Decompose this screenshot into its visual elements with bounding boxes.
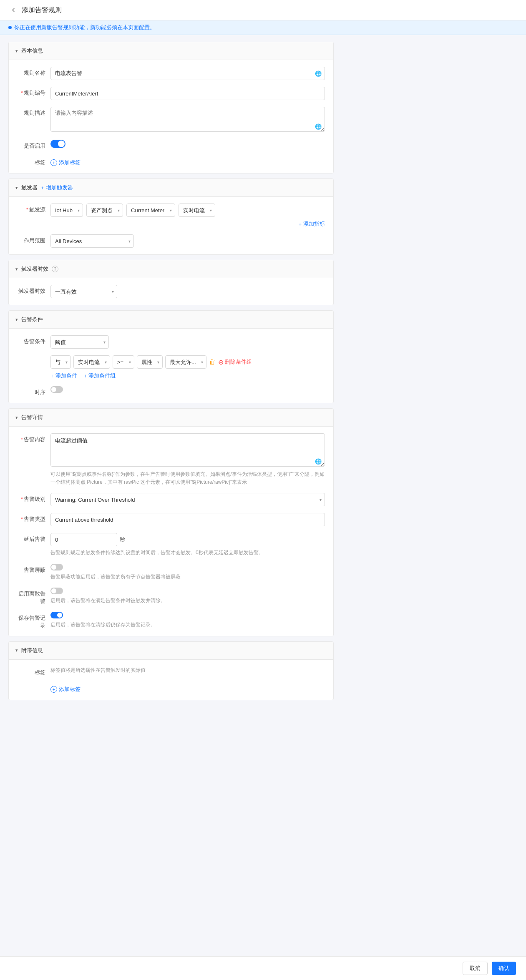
page-header: 添加告警规则 — [0, 0, 526, 20]
alert-condition-content: 告警条件 阈值 与 — [9, 329, 333, 403]
plus-circle-group-icon: + — [84, 373, 87, 379]
alert-condition-header[interactable]: ▾ 告警条件 — [9, 311, 333, 329]
condition-row-wrapper: 与 实时电流 >= — [17, 355, 325, 379]
rule-desc-input[interactable] — [50, 107, 325, 132]
plus-circle-trigger-icon: + — [41, 185, 44, 191]
rule-id-input[interactable] — [50, 87, 325, 100]
alert-detail-title: 告警详情 — [21, 414, 43, 421]
trigger-metric-select[interactable]: 实时电流 — [179, 204, 215, 217]
condition-type-label: 告警条件 — [17, 335, 50, 345]
trigger-effect-content: 触发器时效 一直有效 — [9, 278, 333, 305]
save-label: 保存告警记录 — [17, 612, 50, 629]
effect-select[interactable]: 一直有效 — [50, 285, 117, 298]
alert-content-control: 电流超过阈值 🌐 可以使用"${测点或事件名称}"作为参数，在生产告警时使用参数… — [50, 433, 325, 486]
condition-type-select-wrapper: 阈值 — [50, 335, 109, 349]
timing-row: 时序 — [17, 386, 325, 396]
mute-toggle[interactable] — [50, 564, 63, 570]
trigger-source-row: 触发源 Iot Hub 资产测点 — [17, 204, 325, 228]
clear-row: 启用离散告警 启用后，该告警将在满足告警条件时被触发并清除。 — [17, 588, 325, 605]
value-type-select-wrapper: 属性 — [137, 355, 163, 369]
logic-select[interactable]: 与 — [50, 355, 71, 369]
extra-info-section: ▾ 附带信息 标签 标签值将是所选属性在告警触发时的实际值 + 添加标签 — [8, 641, 334, 700]
delete-group-button[interactable]: ⊖ 删除条件组 — [218, 358, 252, 366]
alert-type-control — [50, 513, 325, 526]
condition-type-control: 阈值 — [50, 335, 325, 349]
info-banner: 你正在使用新版告警规则功能，新功能必须在本页面配置。 — [0, 20, 526, 35]
mute-label: 告警屏蔽 — [17, 564, 50, 574]
delay-row: 延后告警 秒 告警规则规定的触发条件持续达到设置的时间后，告警才会触发。0秒代表… — [17, 533, 325, 557]
basic-info-title: 基本信息 — [21, 47, 43, 55]
delay-control: 秒 告警规则规定的触发条件持续达到设置的时间后，告警才会触发。0秒代表无延迟立即… — [50, 533, 325, 557]
save-toggle[interactable] — [50, 612, 63, 618]
add-trigger-button[interactable]: + 增加触发器 — [41, 184, 73, 191]
trigger-source-control: Iot Hub 资产测点 Current Meter — [50, 204, 325, 228]
severity-label: 告警级别 — [17, 493, 50, 503]
extra-add-tag-control: + 添加标签 — [50, 683, 325, 693]
logic-select-wrapper: 与 — [50, 355, 71, 369]
scope-select[interactable]: All Devices — [50, 234, 134, 248]
trigger-source-selects: Iot Hub 资产测点 Current Meter — [50, 204, 325, 217]
condition-type-row: 告警条件 阈值 — [17, 335, 325, 349]
extra-add-tag-text: 添加标签 — [59, 686, 81, 693]
tag-control: + 添加标签 — [50, 156, 325, 166]
help-icon[interactable]: ? — [52, 266, 58, 272]
trigger-content: 触发源 Iot Hub 资产测点 — [9, 197, 333, 254]
trigger-title: 触发器 — [21, 184, 38, 191]
trigger-metric-select-wrapper: 实时电流 — [179, 204, 215, 217]
alert-content-input[interactable]: 电流超过阈值 — [50, 433, 325, 467]
clear-toggle[interactable] — [50, 588, 63, 594]
globe-icon-content: 🌐 — [315, 458, 322, 465]
delay-input[interactable] — [50, 533, 117, 546]
trigger-hub-select-wrapper: Iot Hub — [50, 204, 83, 217]
value-type-select[interactable]: 属性 — [137, 355, 163, 369]
timing-control — [50, 386, 325, 393]
alert-content-help: 可以使用"${测点或事件名称}"作为参数，在生产告警时使用参数值填充。如果测点/… — [50, 470, 325, 486]
enable-toggle[interactable] — [50, 140, 65, 148]
metric-select-wrapper: 实时电流 — [73, 355, 110, 369]
trigger-asset-select[interactable]: 资产测点 — [86, 204, 123, 217]
condition-row: 与 实时电流 >= — [50, 355, 325, 369]
value-select[interactable]: 最大允许... — [165, 355, 206, 369]
operator-select[interactable]: >= — [113, 355, 134, 369]
add-trigger-label: 增加触发器 — [46, 184, 73, 191]
severity-select[interactable]: Warning: Current Over Threshold — [50, 493, 325, 506]
chevron-down-icon-condition: ▾ — [15, 317, 18, 322]
trigger-header[interactable]: ▾ 触发器 + 增加触发器 — [9, 179, 333, 197]
back-button[interactable] — [8, 5, 18, 15]
delete-group-label: 删除条件组 — [225, 358, 252, 366]
extra-info-content: 标签 标签值将是所选属性在告警触发时的实际值 + 添加标签 — [9, 660, 333, 700]
effect-row: 触发器时效 一直有效 — [17, 285, 325, 298]
alert-detail-header[interactable]: ▾ 告警详情 — [9, 409, 333, 427]
timing-label: 时序 — [17, 386, 50, 396]
chevron-down-icon-trigger: ▾ — [15, 185, 18, 191]
page-title: 添加告警规则 — [22, 6, 62, 15]
banner-text: 你正在使用新版告警规则功能，新功能必须在本页面配置。 — [14, 24, 155, 31]
metric-select[interactable]: 实时电流 — [73, 355, 110, 369]
delete-row-icon[interactable]: 🗑 — [209, 358, 216, 366]
trigger-asset-select-wrapper: 资产测点 — [86, 204, 123, 217]
extra-info-header[interactable]: ▾ 附带信息 — [9, 642, 333, 660]
add-condition-group-button[interactable]: + 添加条件组 — [84, 372, 116, 379]
scope-label: 作用范围 — [17, 234, 50, 244]
timing-toggle[interactable] — [50, 386, 63, 393]
rule-name-input[interactable] — [50, 67, 325, 80]
condition-type-select[interactable]: 阈值 — [50, 335, 109, 349]
extra-tag-label: 标签 — [17, 666, 50, 676]
alert-type-input[interactable] — [50, 513, 325, 526]
trigger-device-select[interactable]: Current Meter — [126, 204, 175, 217]
trigger-effect-header[interactable]: ▾ 触发器时效 ? — [9, 260, 333, 278]
basic-info-header[interactable]: ▾ 基本信息 — [9, 42, 333, 60]
trigger-hub-select[interactable]: Iot Hub — [50, 204, 83, 217]
add-condition-button[interactable]: + 添加条件 — [50, 372, 77, 379]
trigger-effect-title: 触发器时效 — [21, 265, 48, 273]
rule-desc-wrapper: 🌐 — [50, 107, 325, 133]
extra-add-tag-button[interactable]: + 添加标签 — [50, 683, 325, 693]
alert-content-row: 告警内容 电流超过阈值 🌐 可以使用"${测点或事件名称}"作为参数，在生产告警… — [17, 433, 325, 486]
rule-name-row: 规则名称 🌐 — [17, 67, 325, 80]
enable-row: 是否启用 — [17, 140, 325, 150]
extra-tag-control: 标签值将是所选属性在告警触发时的实际值 — [50, 666, 325, 674]
mute-help: 告警屏蔽功能启用后，该告警的所有子节点告警器将被屏蔽 — [50, 573, 325, 581]
alert-detail-section: ▾ 告警详情 告警内容 电流超过阈值 🌐 可以使用"${测点或事件名称}"作为参… — [8, 408, 334, 636]
add-tag-button[interactable]: + 添加标签 — [50, 156, 325, 166]
add-indicator-button[interactable]: + 添加指标 — [298, 220, 325, 228]
